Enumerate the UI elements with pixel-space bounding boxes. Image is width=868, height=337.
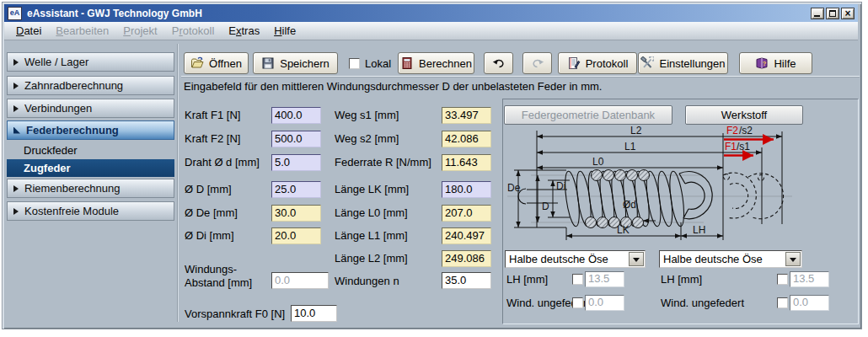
kraft-f1-field[interactable]: 400.0 xyxy=(271,107,321,124)
menu-extras[interactable]: Extras xyxy=(228,24,260,37)
sidebar-item-zugfeder[interactable]: Zugfeder xyxy=(7,159,174,177)
chevron-down-icon xyxy=(790,258,796,265)
undo-button[interactable] xyxy=(484,52,513,74)
minimize-button[interactable] xyxy=(811,8,824,19)
eyelet-type-value-left: Halbe deutsche Öse xyxy=(509,253,608,265)
lh-input-left: 13.5 xyxy=(585,271,624,287)
open-button-label: Öffnen xyxy=(209,57,242,70)
close-icon: × xyxy=(842,8,854,19)
sidebar-item-verbindungen[interactable]: Verbindungen xyxy=(7,99,174,118)
vorspannkraft-label: Vorspannkraft F0 [N] xyxy=(185,308,285,320)
windungen-label: Windungen n xyxy=(335,275,399,287)
weg-s2-field: 42.086 xyxy=(442,131,491,147)
diagram-label-s1: /s1 xyxy=(737,141,750,152)
laenge-l0-label: Länge L0 [mm] xyxy=(335,206,408,219)
screen: eA eAssistant - GWJ Technology GmbH × Da… xyxy=(0,0,868,337)
collapsed-triangle-icon xyxy=(13,185,19,192)
windungsabstand-label-line1: Windungs- xyxy=(185,263,237,275)
lh-label-right: LH [mm] xyxy=(661,273,702,286)
material-button[interactable]: Werkstoff xyxy=(685,105,803,125)
windungen-field[interactable]: 35.0 xyxy=(442,272,491,289)
wind-ungefedert-checkbox-right[interactable] xyxy=(777,297,788,308)
sidebar-item-label: Verbindungen xyxy=(24,102,92,115)
calculator-icon xyxy=(400,56,414,70)
eyelet-type-dropdown-right[interactable]: Halbe deutsche Öse xyxy=(659,250,802,268)
local-checkbox-label: Lokal xyxy=(365,57,391,70)
help-button[interactable]: ? Hilfe xyxy=(739,52,812,74)
lh-checkbox-left[interactable] xyxy=(572,274,583,285)
window-controls: × xyxy=(811,8,855,19)
kraft-f2-label: Kraft F2 [N] xyxy=(185,132,240,145)
federrate-label: Federrate R [N/mm] xyxy=(335,156,431,168)
laenge-l1-label: Länge L1 [mm] xyxy=(335,229,408,242)
wind-ungefedert-input-right: 0.0 xyxy=(790,295,829,311)
laenge-lk-field[interactable]: 180.0 xyxy=(442,181,491,198)
sidebar-item-federberechnung[interactable]: Federberechnung xyxy=(7,120,174,140)
d-aussen-label: Ø De [mm] xyxy=(185,206,238,219)
undo-icon xyxy=(492,56,506,70)
lh-checkbox-right[interactable] xyxy=(777,274,788,285)
menubar: Datei Bearbeiten Projekt Protokoll Extra… xyxy=(4,22,858,40)
diagram-label-od: Ød xyxy=(623,199,636,211)
diagram-label-f1: F1 xyxy=(725,141,737,152)
diagram-label-lk: LK xyxy=(617,224,630,236)
d-aussen-field: 30.0 xyxy=(271,205,321,222)
diagram-label-f2: F2 xyxy=(726,125,738,136)
sidebar-item-label: Welle / Lager xyxy=(24,56,88,68)
close-button[interactable]: × xyxy=(841,8,855,19)
local-checkbox[interactable] xyxy=(349,58,360,69)
sidebar-item-druckfeder[interactable]: Druckfeder xyxy=(7,142,174,159)
eyelet-type-value-right: Halbe deutsche Öse xyxy=(663,253,763,265)
diagram-label-de: De xyxy=(507,182,521,194)
collapsed-triangle-icon xyxy=(13,59,19,66)
kraft-f2-field[interactable]: 500.0 xyxy=(271,131,321,147)
windungsabstand-field: 0.0 xyxy=(271,272,329,289)
collapsed-triangle-icon xyxy=(13,105,19,112)
sidebar-item-welle-lager[interactable]: Welle / Lager xyxy=(7,52,174,72)
laenge-l2-label: Länge L2 [mm] xyxy=(335,252,408,265)
maximize-button[interactable] xyxy=(826,8,839,19)
calculate-button[interactable]: Berechnen xyxy=(398,52,474,74)
windungsabstand-label-line2: Abstand [mm] xyxy=(185,276,252,289)
protocol-button-label: Protokoll xyxy=(586,57,629,70)
eyelet-type-dropdown-left[interactable]: Halbe deutsche Öse xyxy=(505,250,646,268)
diagram-label-d: D xyxy=(542,201,549,212)
d-innen-label: Ø Di [mm] xyxy=(185,229,234,242)
sidebar-item-zahnradberechnung[interactable]: Zahnradberechnung xyxy=(7,76,174,95)
menu-protokoll: Protokoll xyxy=(172,24,215,37)
sidebar-item-label: Druckfeder xyxy=(24,144,78,157)
open-button[interactable]: Öffnen xyxy=(184,52,249,74)
minimize-icon xyxy=(814,15,820,17)
menu-projekt: Projekt xyxy=(123,24,157,37)
maximize-icon xyxy=(829,10,836,17)
dropdown-button-left[interactable] xyxy=(629,252,644,266)
window-title: eAssistant - GWJ Technology GmbH xyxy=(27,8,811,19)
spring-diagram: L2 L1 L0 F2 /s2 F1 /s1 De Di D Ød LK LH xyxy=(506,123,856,246)
sidebar-item-kostenfreie-module[interactable]: Kostenfreie Module xyxy=(7,201,174,221)
dropdown-button-right[interactable] xyxy=(785,252,801,266)
wind-ungefedert-checkbox-left[interactable] xyxy=(572,297,583,308)
save-button[interactable]: Speichern xyxy=(253,52,338,74)
geometry-database-button: Federgeometrie Datenbank xyxy=(504,105,672,125)
collapsed-triangle-icon xyxy=(13,208,19,215)
status-description: Eingabefeld für den mittleren Windungsdu… xyxy=(184,80,602,93)
draht-d-field[interactable]: 5.0 xyxy=(271,154,321,171)
protocol-button[interactable]: Protokoll xyxy=(558,52,637,74)
help-book-icon: ? xyxy=(755,56,769,70)
laenge-l1-field: 240.497 xyxy=(442,227,491,244)
sidebar-item-riemenberechnung[interactable]: Riemenberechnung xyxy=(7,179,174,198)
weg-s2-label: Weg s2 [mm] xyxy=(335,132,399,145)
wind-ungefedert-label-right: Wind. ungefedert xyxy=(661,297,744,309)
open-folder-icon xyxy=(190,56,204,70)
menu-datei[interactable]: Datei xyxy=(16,24,41,37)
vorspannkraft-field[interactable]: 10.0 xyxy=(291,305,337,322)
menu-bearbeiten: Bearbeiten xyxy=(56,24,109,37)
d-mittel-field[interactable]: 25.0 xyxy=(271,181,321,198)
collapsed-triangle-icon xyxy=(13,83,19,89)
sidebar-item-label: Zugfeder xyxy=(24,162,71,174)
menu-hilfe[interactable]: Hilfe xyxy=(274,24,296,37)
sidebar-item-label: Riemenberechnung xyxy=(24,182,120,195)
sidebar-item-label: Federberechnung xyxy=(26,124,119,136)
settings-button[interactable]: Einstellungen xyxy=(638,52,728,74)
notepad-icon xyxy=(567,56,581,70)
